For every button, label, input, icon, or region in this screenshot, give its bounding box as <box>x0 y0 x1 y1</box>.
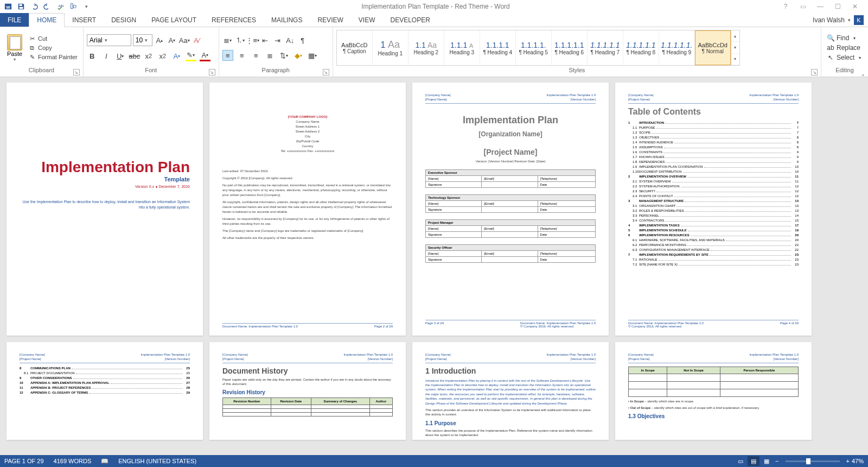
superscript-button[interactable]: x2 <box>157 51 168 61</box>
italic-button[interactable]: I <box>101 51 112 61</box>
tab-developer[interactable]: DEVELOPER <box>382 13 437 27</box>
text-effects-button[interactable]: A▾ <box>171 51 182 61</box>
style-item[interactable]: 1.1.1.1.1¶ Heading 6 <box>552 30 588 65</box>
grow-font-button[interactable]: A▴ <box>154 35 165 46</box>
highlight-button[interactable]: ✎▾ <box>186 51 196 61</box>
decrease-indent-button[interactable]: ⇤ <box>260 35 271 46</box>
read-mode-button[interactable]: ▭ <box>735 456 746 466</box>
borders-button[interactable]: ▦▾ <box>307 50 318 61</box>
line-spacing-button[interactable]: ⇅▾ <box>279 50 290 61</box>
underline-button[interactable]: U▾ <box>115 51 126 61</box>
style-item[interactable]: AaBbCcDd¶ Normal <box>695 30 731 65</box>
help-button[interactable]: ? <box>779 3 792 10</box>
style-item[interactable]: 1.1.1 AHeading 3 <box>444 30 480 65</box>
style-item[interactable]: 1.1.1.1.1¶ Heading 8 <box>623 30 659 65</box>
find-button[interactable]: 🔍Find▾ <box>825 34 863 42</box>
tab-review[interactable]: REVIEW <box>310 13 350 27</box>
tab-view[interactable]: VIEW <box>351 13 383 27</box>
ribbon-display-button[interactable]: ▭ <box>796 3 809 10</box>
maximize-button[interactable]: ☐ <box>831 3 844 10</box>
undo-button[interactable] <box>28 1 40 12</box>
style-item[interactable]: 1.1.1.1.¶ Heading 5 <box>516 30 552 65</box>
numbering-button[interactable]: ⒈▾ <box>235 35 246 46</box>
replace-button[interactable]: abReplace <box>825 43 863 52</box>
increase-indent-button[interactable]: ⇥ <box>272 35 283 46</box>
word-icon[interactable]: W <box>2 1 14 12</box>
select-button[interactable]: ↖Select▾ <box>825 53 863 62</box>
user-account[interactable]: Ivan Walsh ▾ K <box>813 13 868 27</box>
font-name-combo[interactable]: Arial▾ <box>87 34 131 46</box>
font-color-button[interactable]: A▾ <box>200 51 210 61</box>
touch-mode-button[interactable] <box>67 1 79 12</box>
cut-button[interactable]: ✂Cut <box>26 34 80 43</box>
style-item[interactable]: 1.1.1.1.1¶ Heading 7 <box>588 30 623 65</box>
close-button[interactable]: ✕ <box>848 3 861 10</box>
zoom-level[interactable]: 47% <box>852 458 864 464</box>
redo-button[interactable] <box>41 1 53 12</box>
zoom-slider[interactable] <box>786 460 840 462</box>
tab-references[interactable]: REFERENCES <box>204 13 264 27</box>
web-layout-button[interactable]: ▦ <box>761 456 773 466</box>
font-size-combo[interactable]: 10▾ <box>133 34 152 46</box>
clear-formatting-button[interactable]: A∕ <box>192 35 202 46</box>
status-proof-icon[interactable]: 📖 <box>101 458 108 465</box>
tab-page-layout[interactable]: PAGE LAYOUT <box>144 13 204 27</box>
gallery-up[interactable]: ▴ <box>731 30 739 42</box>
paragraph-launcher[interactable]: ↘ <box>323 69 329 75</box>
doc-page-3[interactable]: [Company Name][Project Name]Implementati… <box>412 83 609 336</box>
align-left-button[interactable]: ≡ <box>222 50 233 61</box>
paste-button[interactable]: Paste ▾ <box>3 34 26 62</box>
doc-page-8[interactable]: [Company Name][Project Name]Implementati… <box>615 342 812 440</box>
clipboard-launcher[interactable]: ↘ <box>73 69 80 75</box>
show-marks-button[interactable]: ¶ <box>297 35 308 46</box>
print-layout-button[interactable]: ▤ <box>748 456 760 466</box>
sort-button[interactable]: A↓ <box>285 35 296 46</box>
change-case-button[interactable]: Aa▾ <box>179 35 190 46</box>
bullets-button[interactable]: ≣▾ <box>222 35 233 46</box>
shading-button[interactable]: ◆▾ <box>293 50 304 61</box>
strikethrough-button[interactable]: abc <box>129 51 140 61</box>
bold-button[interactable]: B <box>87 51 98 61</box>
subscript-button[interactable]: x2 <box>143 51 154 61</box>
align-right-button[interactable]: ≡ <box>251 50 261 61</box>
spelling-button[interactable]: ABC <box>54 1 66 12</box>
doc-page-1[interactable]: Implementation Plan Template Version X.x… <box>7 83 203 336</box>
tab-home[interactable]: HOME <box>29 13 65 27</box>
document-area[interactable]: Implementation Plan Template Version X.x… <box>0 77 868 455</box>
font-launcher[interactable]: ↘ <box>209 69 215 75</box>
align-center-button[interactable]: ≡ <box>237 50 247 61</box>
group-styles: AaBbCcD¶ Caption1 AaHeading 11.1 AaHeadi… <box>333 27 821 77</box>
zoom-out-button[interactable]: − <box>775 458 778 464</box>
doc-page-5[interactable]: [Company Name][Project Name]Implementati… <box>7 342 203 440</box>
styles-gallery[interactable]: AaBbCcD¶ Caption1 AaHeading 11.1 AaHeadi… <box>336 30 740 66</box>
gallery-more[interactable]: ▾ <box>731 54 739 65</box>
tab-insert[interactable]: INSERT <box>65 13 104 27</box>
save-button[interactable] <box>15 1 27 12</box>
shrink-font-button[interactable]: A▾ <box>167 35 177 46</box>
doc-page-4[interactable]: [Company Name][Project Name]Implementati… <box>615 83 812 336</box>
style-item[interactable]: 1 AaHeading 1 <box>373 30 409 65</box>
copy-button[interactable]: ⧉Copy <box>26 43 80 52</box>
tab-design[interactable]: DESIGN <box>104 13 144 27</box>
justify-button[interactable]: ≣ <box>265 50 276 61</box>
style-item[interactable]: 1.1.1.1.1.¶ Heading 9 <box>659 30 695 65</box>
status-language[interactable]: ENGLISH (UNITED STATES) <box>118 458 196 464</box>
doc-page-2[interactable]: [YOUR COMPANY LOGO] Company NameStreet A… <box>209 83 406 336</box>
status-words[interactable]: 4169 WORDS <box>54 458 92 464</box>
status-page[interactable]: PAGE 1 OF 29 <box>4 458 44 464</box>
minimize-button[interactable]: — <box>814 3 827 10</box>
tab-mailings[interactable]: MAILINGS <box>264 13 310 27</box>
style-item[interactable]: AaBbCcD¶ Caption <box>337 30 373 65</box>
style-item[interactable]: 1.1.1.1¶ Heading 4 <box>480 30 516 65</box>
format-painter-button[interactable]: ✎Format Painter <box>26 53 80 61</box>
styles-launcher[interactable]: ↘ <box>811 69 818 75</box>
doc-page-7[interactable]: [Company Name][Project Name]Implementati… <box>412 342 609 440</box>
style-item[interactable]: 1.1 AaHeading 2 <box>409 30 444 65</box>
zoom-thumb[interactable] <box>806 458 810 464</box>
tab-file[interactable]: FILE <box>0 13 29 27</box>
zoom-in-button[interactable]: + <box>846 458 850 464</box>
qat-customize[interactable]: ▾ <box>80 1 92 12</box>
gallery-down[interactable]: ▾ <box>731 42 739 53</box>
multilevel-button[interactable]: ⋮≡▾ <box>247 35 258 46</box>
doc-page-6[interactable]: [Company Name][Project Name]Implementati… <box>209 342 406 440</box>
